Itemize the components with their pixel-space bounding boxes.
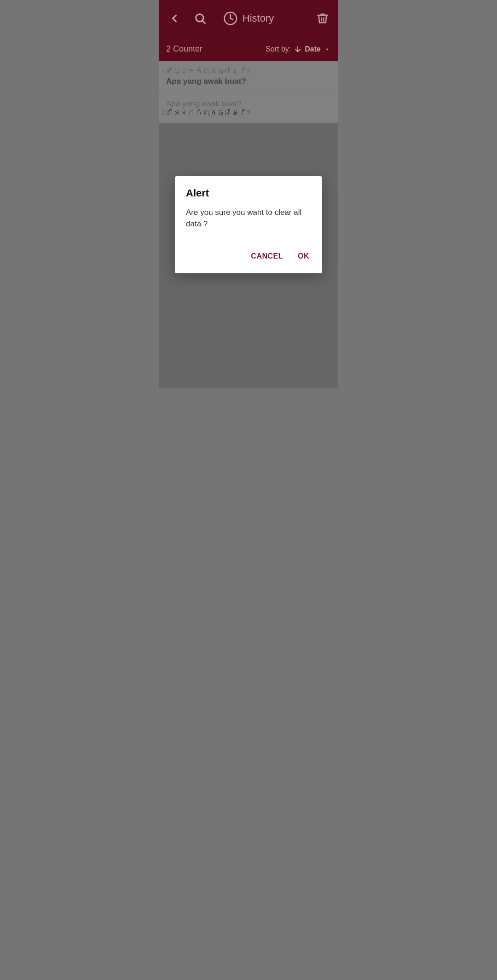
header-title: History	[243, 12, 274, 24]
counter-label: 2 Counter	[166, 44, 202, 54]
sort-date-label: Date	[305, 45, 321, 53]
toolbar: 2 Counter Sort by: Date	[159, 37, 338, 61]
dialog-message: Are you sure you want to clear all data …	[186, 207, 311, 230]
search-button[interactable]	[192, 10, 208, 27]
cancel-button[interactable]: CANCEL	[249, 248, 285, 264]
alert-dialog: Alert Are you sure you want to clear all…	[175, 176, 322, 273]
svg-line-1	[202, 21, 205, 23]
app-header: History	[159, 0, 338, 37]
sort-arrow-icon	[294, 45, 302, 53]
back-button[interactable]	[166, 10, 183, 27]
delete-button[interactable]	[314, 10, 331, 27]
header-center: History	[223, 11, 274, 26]
content-area: តើអ្នកកំពុងធ្វើអ្វី? Apa yang awak buat?…	[159, 61, 338, 388]
dialog-actions: CANCEL OK	[186, 248, 311, 268]
history-clock-icon	[223, 11, 238, 26]
header-left-actions	[166, 10, 208, 27]
dialog-overlay: Alert Are you sure you want to clear all…	[159, 61, 338, 388]
header-right-actions	[314, 10, 331, 27]
sort-by-label: Sort by:	[266, 45, 291, 53]
ok-button[interactable]: OK	[296, 248, 311, 264]
dropdown-chevron-icon	[324, 46, 331, 53]
sort-area[interactable]: Sort by: Date	[266, 45, 331, 53]
dialog-title: Alert	[186, 187, 311, 199]
